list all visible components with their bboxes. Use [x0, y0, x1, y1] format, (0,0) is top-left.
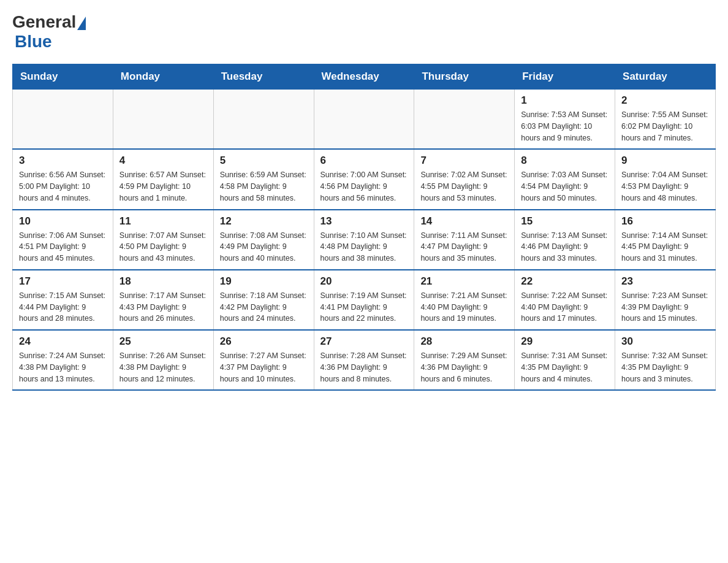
day-info: Sunrise: 7:00 AM Sunset: 4:56 PM Dayligh… [320, 169, 408, 204]
calendar-day-cell: 10Sunrise: 7:06 AM Sunset: 4:51 PM Dayli… [13, 210, 113, 270]
calendar-day-cell: 1Sunrise: 7:53 AM Sunset: 6:03 PM Daylig… [515, 90, 615, 150]
calendar-day-cell: 21Sunrise: 7:21 AM Sunset: 4:40 PM Dayli… [414, 270, 515, 330]
calendar-day-cell [314, 90, 414, 150]
calendar-day-cell [213, 90, 314, 150]
day-number: 2 [621, 94, 709, 107]
calendar-day-cell: 18Sunrise: 7:17 AM Sunset: 4:43 PM Dayli… [113, 270, 213, 330]
day-number: 30 [621, 335, 709, 348]
calendar-day-cell: 25Sunrise: 7:26 AM Sunset: 4:38 PM Dayli… [113, 330, 213, 390]
day-number: 15 [521, 215, 609, 228]
day-info: Sunrise: 7:15 AM Sunset: 4:44 PM Dayligh… [19, 290, 107, 324]
day-number: 3 [19, 155, 107, 167]
day-info: Sunrise: 7:32 AM Sunset: 4:35 PM Dayligh… [621, 350, 709, 385]
calendar-day-cell: 9Sunrise: 7:04 AM Sunset: 4:53 PM Daylig… [615, 149, 716, 209]
day-info: Sunrise: 7:17 AM Sunset: 4:43 PM Dayligh… [119, 290, 207, 324]
calendar-day-cell: 16Sunrise: 7:14 AM Sunset: 4:45 PM Dayli… [615, 210, 716, 270]
day-of-week-header: Saturday [615, 64, 716, 90]
day-info: Sunrise: 7:03 AM Sunset: 4:54 PM Dayligh… [521, 169, 609, 204]
day-info: Sunrise: 7:07 AM Sunset: 4:50 PM Dayligh… [119, 230, 207, 264]
calendar-header-row: SundayMondayTuesdayWednesdayThursdayFrid… [13, 64, 716, 90]
calendar-day-cell: 27Sunrise: 7:28 AM Sunset: 4:36 PM Dayli… [314, 330, 414, 390]
day-number: 20 [320, 275, 408, 288]
calendar-day-cell: 15Sunrise: 7:13 AM Sunset: 4:46 PM Dayli… [515, 210, 615, 270]
calendar-day-cell: 14Sunrise: 7:11 AM Sunset: 4:47 PM Dayli… [414, 210, 515, 270]
calendar-day-cell [13, 90, 113, 150]
day-info: Sunrise: 7:11 AM Sunset: 4:47 PM Dayligh… [420, 230, 508, 264]
day-number: 10 [19, 215, 107, 228]
day-number: 7 [420, 155, 508, 167]
calendar-day-cell: 23Sunrise: 7:23 AM Sunset: 4:39 PM Dayli… [615, 270, 716, 330]
calendar-day-cell: 29Sunrise: 7:31 AM Sunset: 4:35 PM Dayli… [515, 330, 615, 390]
day-number: 29 [521, 335, 609, 348]
day-info: Sunrise: 7:08 AM Sunset: 4:49 PM Dayligh… [220, 230, 308, 264]
day-info: Sunrise: 7:02 AM Sunset: 4:55 PM Dayligh… [420, 169, 508, 204]
calendar-day-cell: 2Sunrise: 7:55 AM Sunset: 6:02 PM Daylig… [615, 90, 716, 150]
calendar-day-cell: 3Sunrise: 6:56 AM Sunset: 5:00 PM Daylig… [13, 149, 113, 209]
day-number: 23 [621, 275, 709, 288]
day-info: Sunrise: 7:19 AM Sunset: 4:41 PM Dayligh… [320, 290, 408, 324]
day-of-week-header: Thursday [414, 64, 515, 90]
calendar-day-cell [113, 90, 213, 150]
day-info: Sunrise: 7:04 AM Sunset: 4:53 PM Dayligh… [621, 169, 709, 204]
calendar-day-cell: 26Sunrise: 7:27 AM Sunset: 4:37 PM Dayli… [213, 330, 314, 390]
day-info: Sunrise: 7:23 AM Sunset: 4:39 PM Dayligh… [621, 290, 709, 324]
calendar-day-cell: 7Sunrise: 7:02 AM Sunset: 4:55 PM Daylig… [414, 149, 515, 209]
calendar-day-cell: 12Sunrise: 7:08 AM Sunset: 4:49 PM Dayli… [213, 210, 314, 270]
day-number: 21 [420, 275, 508, 288]
day-info: Sunrise: 7:10 AM Sunset: 4:48 PM Dayligh… [320, 230, 408, 264]
logo-general-text: General [12, 12, 76, 32]
day-of-week-header: Wednesday [314, 64, 414, 90]
day-info: Sunrise: 7:06 AM Sunset: 4:51 PM Dayligh… [19, 230, 107, 264]
day-number: 6 [320, 155, 408, 167]
logo-triangle-icon [77, 17, 86, 30]
day-info: Sunrise: 7:28 AM Sunset: 4:36 PM Dayligh… [320, 350, 408, 385]
calendar-day-cell: 30Sunrise: 7:32 AM Sunset: 4:35 PM Dayli… [615, 330, 716, 390]
day-info: Sunrise: 7:31 AM Sunset: 4:35 PM Dayligh… [521, 350, 609, 385]
day-info: Sunrise: 7:21 AM Sunset: 4:40 PM Dayligh… [420, 290, 508, 324]
calendar-day-cell: 19Sunrise: 7:18 AM Sunset: 4:42 PM Dayli… [213, 270, 314, 330]
day-info: Sunrise: 7:13 AM Sunset: 4:46 PM Dayligh… [521, 230, 609, 264]
day-number: 5 [220, 155, 308, 167]
day-number: 24 [19, 335, 107, 348]
day-number: 13 [320, 215, 408, 228]
day-number: 12 [220, 215, 308, 228]
day-info: Sunrise: 6:56 AM Sunset: 5:00 PM Dayligh… [19, 169, 107, 204]
day-info: Sunrise: 7:14 AM Sunset: 4:45 PM Dayligh… [621, 230, 709, 264]
day-number: 22 [521, 275, 609, 288]
calendar-day-cell: 22Sunrise: 7:22 AM Sunset: 4:40 PM Dayli… [515, 270, 615, 330]
calendar-day-cell: 5Sunrise: 6:59 AM Sunset: 4:58 PM Daylig… [213, 149, 314, 209]
day-number: 19 [220, 275, 308, 288]
day-info: Sunrise: 7:53 AM Sunset: 6:03 PM Dayligh… [521, 109, 609, 144]
day-number: 25 [119, 335, 207, 348]
page-header: General Blue [12, 12, 716, 52]
day-of-week-header: Monday [113, 64, 213, 90]
day-info: Sunrise: 7:18 AM Sunset: 4:42 PM Dayligh… [220, 290, 308, 324]
day-number: 8 [521, 155, 609, 167]
calendar-day-cell: 20Sunrise: 7:19 AM Sunset: 4:41 PM Dayli… [314, 270, 414, 330]
day-info: Sunrise: 7:24 AM Sunset: 4:38 PM Dayligh… [19, 350, 107, 385]
calendar-week-row: 10Sunrise: 7:06 AM Sunset: 4:51 PM Dayli… [13, 210, 716, 270]
day-number: 9 [621, 155, 709, 167]
day-of-week-header: Friday [515, 64, 615, 90]
day-info: Sunrise: 7:26 AM Sunset: 4:38 PM Dayligh… [119, 350, 207, 385]
calendar-day-cell: 8Sunrise: 7:03 AM Sunset: 4:54 PM Daylig… [515, 149, 615, 209]
day-number: 1 [521, 94, 609, 107]
day-number: 27 [320, 335, 408, 348]
day-number: 16 [621, 215, 709, 228]
day-number: 28 [420, 335, 508, 348]
day-info: Sunrise: 6:59 AM Sunset: 4:58 PM Dayligh… [220, 169, 308, 204]
calendar-day-cell: 17Sunrise: 7:15 AM Sunset: 4:44 PM Dayli… [13, 270, 113, 330]
logo-blue-text: Blue [15, 32, 52, 52]
calendar-day-cell: 4Sunrise: 6:57 AM Sunset: 4:59 PM Daylig… [113, 149, 213, 209]
day-number: 18 [119, 275, 207, 288]
day-of-week-header: Sunday [13, 64, 113, 90]
calendar-week-row: 3Sunrise: 6:56 AM Sunset: 5:00 PM Daylig… [13, 149, 716, 209]
calendar-day-cell: 13Sunrise: 7:10 AM Sunset: 4:48 PM Dayli… [314, 210, 414, 270]
day-number: 17 [19, 275, 107, 288]
day-number: 4 [119, 155, 207, 167]
calendar-day-cell: 28Sunrise: 7:29 AM Sunset: 4:36 PM Dayli… [414, 330, 515, 390]
day-number: 14 [420, 215, 508, 228]
day-info: Sunrise: 7:55 AM Sunset: 6:02 PM Dayligh… [621, 109, 709, 144]
day-number: 26 [220, 335, 308, 348]
calendar-day-cell: 6Sunrise: 7:00 AM Sunset: 4:56 PM Daylig… [314, 149, 414, 209]
